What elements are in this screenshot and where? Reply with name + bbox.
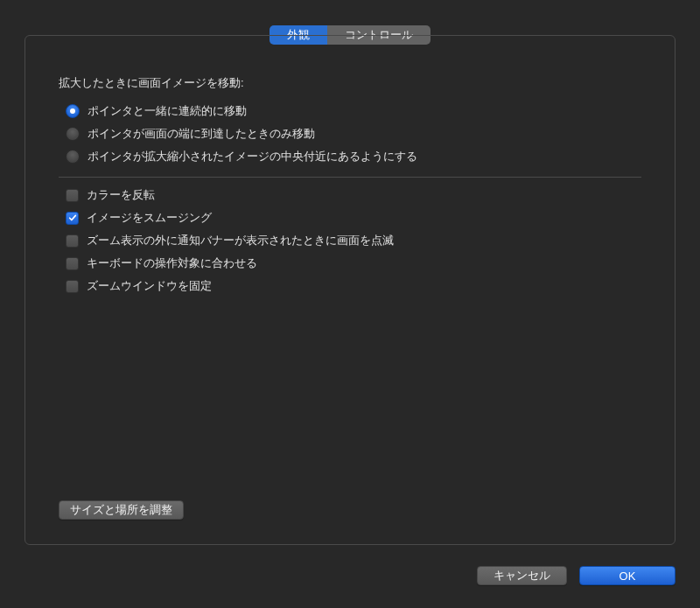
radio-continuous[interactable]: [66, 104, 80, 118]
check-lock-label: ズームウインドウを固定: [87, 278, 212, 294]
appearance-panel: 拡大したときに画面イメージを移動: ポインタと一緒に連続的に移動 ポインタが画面…: [24, 35, 676, 545]
divider: [59, 177, 641, 178]
move-image-radiogroup: ポインタと一緒に連続的に移動 ポインタが画面の端に到達したときのみ移動 ポインタ…: [59, 103, 641, 164]
check-invert-colors[interactable]: [66, 189, 79, 202]
check-invert-row[interactable]: カラーを反転: [66, 187, 641, 203]
check-lock-zoom-window[interactable]: [66, 280, 79, 293]
radio-center[interactable]: [66, 150, 80, 164]
radio-edge-row[interactable]: ポインタが画面の端に到達したときのみ移動: [66, 126, 641, 142]
ok-button[interactable]: OK: [579, 566, 676, 585]
radio-continuous-label: ポインタと一緒に連続的に移動: [88, 103, 247, 119]
zoom-options-dialog: 外観 コントロール 拡大したときに画面イメージを移動: ポインタと一緒に連続的に…: [0, 0, 700, 608]
radio-center-row[interactable]: ポインタが拡大縮小されたイメージの中央付近にあるようにする: [66, 149, 641, 164]
dialog-footer: キャンセル OK: [477, 566, 676, 585]
radio-edge[interactable]: [66, 127, 80, 141]
move-image-heading: 拡大したときに画面イメージを移動:: [59, 75, 641, 91]
check-keyboard-label: キーボードの操作対象に合わせる: [87, 255, 257, 271]
checkmark-icon: [68, 213, 77, 222]
check-smooth-label: イメージをスムージング: [87, 210, 212, 226]
radio-edge-label: ポインタが画面の端に到達したときのみ移動: [88, 126, 315, 142]
check-keyboard-row[interactable]: キーボードの操作対象に合わせる: [66, 255, 641, 271]
options-checkbox-group: カラーを反転 イメージをスムージング ズーム表示の外に通知バナーが表示されたとき…: [59, 187, 641, 294]
check-smooth-images[interactable]: [66, 212, 79, 225]
check-smooth-row[interactable]: イメージをスムージング: [66, 210, 641, 226]
check-flash-label: ズーム表示の外に通知バナーが表示されたときに画面を点滅: [87, 233, 394, 248]
check-lock-row[interactable]: ズームウインドウを固定: [66, 278, 641, 294]
radio-center-label: ポインタが拡大縮小されたイメージの中央付近にあるようにする: [88, 149, 417, 164]
check-invert-label: カラーを反転: [87, 187, 155, 203]
radio-continuous-row[interactable]: ポインタと一緒に連続的に移動: [66, 103, 641, 119]
adjust-size-location-button[interactable]: サイズと場所を調整: [59, 500, 184, 520]
check-flash-notifications[interactable]: [66, 234, 79, 248]
check-flash-row[interactable]: ズーム表示の外に通知バナーが表示されたときに画面を点滅: [66, 233, 641, 248]
cancel-button[interactable]: キャンセル: [477, 566, 567, 585]
check-follow-keyboard[interactable]: [66, 257, 79, 270]
